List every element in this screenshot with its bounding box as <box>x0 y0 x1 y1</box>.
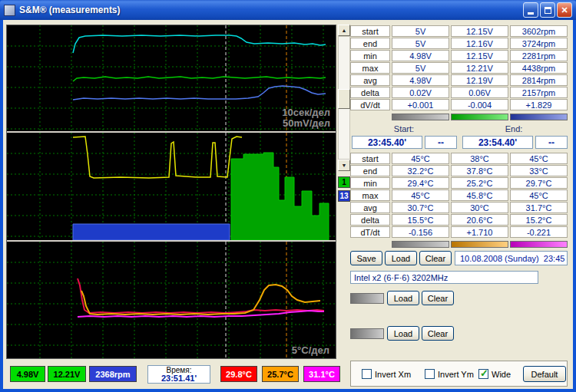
oscilloscope-plot[interactable]: 10сек/дел50mV/дел 5°С/дел <box>6 25 336 359</box>
value-cell: 30.7°C <box>392 202 449 213</box>
range-start-dots: -- <box>425 136 457 149</box>
scope-panel-load[interactable] <box>7 133 336 240</box>
value-cell: 0.06V <box>451 87 508 98</box>
row-label: start <box>350 25 390 37</box>
progress-bar-2 <box>350 293 384 304</box>
row-label: avg <box>350 202 390 213</box>
channel-marker-13[interactable]: 13 <box>338 190 350 202</box>
table-row: avg30.7°C30°C31.7°C <box>350 202 568 213</box>
voltage-channel-bars <box>392 114 568 120</box>
value-cell: 4.98V <box>392 74 449 86</box>
value-cell: 30°C <box>451 202 508 213</box>
table-row: delta0.02V0.06V2157rpm <box>350 87 568 98</box>
time-value: 23:51.41' <box>161 374 197 383</box>
value-cell: 20.6°C <box>451 214 508 226</box>
row-label: min <box>350 177 390 189</box>
table-row: avg4.98V12.19V2814rpm <box>350 74 568 86</box>
value-cell: 29.4°C <box>392 177 449 189</box>
value-cell: 15.2°C <box>510 214 568 226</box>
table-row: start45°C38°C45°C <box>350 153 568 164</box>
elapsed-time-box: Время: 23:51.41' <box>147 365 210 384</box>
plot-scrollbar: ▲ ▼ 1 13 <box>338 25 350 216</box>
row-label: end <box>350 38 390 49</box>
checkbox-box-icon <box>425 369 435 379</box>
save-button[interactable]: Save <box>350 251 382 265</box>
row-label: max <box>350 62 390 74</box>
close-icon: ✕ <box>561 5 568 15</box>
scroll-down-button[interactable]: ▼ <box>338 160 350 171</box>
value-cell: 12.15V <box>451 25 508 37</box>
value-cell: 4.98V <box>392 50 449 61</box>
channel-color-bar <box>451 114 508 120</box>
svg-text:5°С/дел: 5°С/дел <box>292 344 329 356</box>
value-cell: +0.001 <box>392 99 449 110</box>
temperature-table: start45°C38°C45°Cend32.2°C37.8°C33°Cmin2… <box>350 153 568 239</box>
clear-button[interactable]: Clear <box>419 251 452 265</box>
cpu-info-field[interactable]: Intel x2 (6·F·6) 3202MHz <box>350 271 538 284</box>
wide-label: Wide <box>492 370 511 379</box>
range-end-label: End: <box>460 124 568 133</box>
load-button[interactable]: Load <box>385 251 417 265</box>
checkbox-checked-icon <box>478 369 488 379</box>
status-voltage-5v: 4.98V <box>10 366 45 382</box>
client-area: 10сек/дел50mV/дел 5°С/дел ▲ ▼ 1 13 start… <box>3 20 573 389</box>
measurements-panel: start5V12.15V3602rpmend5V12.16V3724rpmmi… <box>350 25 571 387</box>
minimize-button[interactable] <box>523 2 538 18</box>
close-button[interactable]: ✕ <box>557 2 572 18</box>
row-label: min <box>350 50 390 61</box>
table-row: end32.2°C37.8°C33°C <box>350 165 568 176</box>
value-cell: 15.5°C <box>392 214 449 226</box>
scroll-up-button[interactable]: ▲ <box>338 25 350 36</box>
channel-color-bar <box>451 241 508 248</box>
table-row: max5V12.21V4438rpm <box>350 62 568 74</box>
minimize-icon <box>528 12 534 15</box>
load-button-2[interactable]: Load <box>387 291 419 305</box>
scope-panel-voltages[interactable]: 10сек/дел50mV/дел <box>7 25 336 131</box>
value-cell: 3602rpm <box>510 25 568 37</box>
title-bar[interactable]: S&M® (measurements) ✕ <box>0 0 576 20</box>
status-fan-rpm: 2368rpm <box>89 366 137 382</box>
app-icon <box>4 5 15 16</box>
status-temp-1: 29.8°C <box>220 366 257 382</box>
wide-checkbox[interactable]: Wide <box>478 369 511 379</box>
value-cell: 5V <box>392 38 449 49</box>
scope-panel-temperatures[interactable]: 5°С/дел <box>7 242 336 358</box>
checkbox-box-icon <box>362 369 372 379</box>
scrollbar-thumb[interactable] <box>338 89 350 109</box>
value-cell: 25.2°C <box>451 177 508 189</box>
value-cell: 29.7°C <box>510 177 568 189</box>
table-row: min4.98V12.15V2281rpm <box>350 50 568 61</box>
session-date-box: 10.08.2008 (Sunday) 23:45 <box>455 251 568 265</box>
clear-button-3[interactable]: Clear <box>422 326 454 341</box>
channel-marker-1[interactable]: 1 <box>338 176 350 188</box>
value-cell: 45°C <box>510 153 568 164</box>
maximize-icon <box>545 7 551 14</box>
clear-button-2[interactable]: Clear <box>422 291 454 305</box>
status-temp-2: 25.7°C <box>262 366 299 382</box>
range-start-label: Start: <box>350 124 458 133</box>
value-cell: -0.156 <box>392 226 449 238</box>
channel-color-bar <box>392 114 449 120</box>
table-row: start5V12.15V3602rpm <box>350 25 568 37</box>
scroll-down-icon: ▼ <box>342 163 347 168</box>
maximize-button[interactable] <box>540 2 555 18</box>
invert-xm-checkbox[interactable]: Invert Xm <box>362 369 411 379</box>
invert-ym-label: Invert Ym <box>438 370 474 379</box>
row-label: delta <box>350 214 390 226</box>
value-cell: 45°C <box>510 189 568 201</box>
row-label: delta <box>350 87 390 98</box>
svg-text:10сек/дел: 10сек/дел <box>282 107 330 118</box>
table-row: min29.4°C25.2°C29.7°C <box>350 177 568 189</box>
channel-color-bar <box>510 114 568 120</box>
load-button-3[interactable]: Load <box>387 326 419 341</box>
invert-ym-checkbox[interactable]: Invert Ym <box>425 369 474 379</box>
value-cell: 12.15V <box>451 50 508 61</box>
value-cell: 5V <box>392 62 449 74</box>
table-row: end5V12.16V3724rpm <box>350 38 568 49</box>
table-row: dT/dt-0.156+1.710-0.221 <box>350 226 568 238</box>
default-button[interactable]: Default <box>523 366 566 382</box>
range-start-value: 23:45.40' <box>352 136 422 149</box>
value-cell: 12.16V <box>451 38 508 49</box>
row-label: dT/dt <box>350 226 390 238</box>
app-window: S&M® (measurements) ✕ 10сек/дел50mV/дел … <box>0 0 576 392</box>
